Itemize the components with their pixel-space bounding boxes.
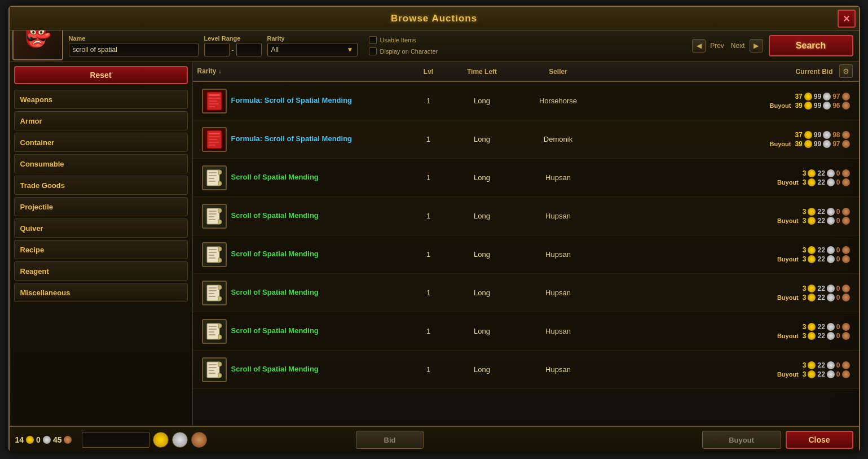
gold-coin-button[interactable] xyxy=(153,432,169,448)
bid-copper-coin xyxy=(842,131,850,139)
svg-rect-38 xyxy=(209,364,217,365)
silver-coin-button[interactable] xyxy=(172,432,188,448)
buyout-button[interactable]: Buyout xyxy=(702,431,781,449)
col-settings: ⚙ xyxy=(838,64,854,78)
auction-row[interactable]: Scroll of Spatial Mending 1 Long Hupsan … xyxy=(193,159,859,197)
buyout-silver-coin xyxy=(827,332,835,340)
sidebar-item-miscellaneous[interactable]: Miscellaneous xyxy=(14,283,188,302)
bid-silver: 22 xyxy=(817,208,825,216)
buyout-row-label: Buyout xyxy=(777,256,799,263)
bid-silver: 99 xyxy=(814,131,821,139)
bid-silver: 22 xyxy=(817,361,825,369)
svg-rect-3 xyxy=(209,100,217,102)
buyout-gold: 3 xyxy=(803,332,807,340)
buyout-copper-coin xyxy=(842,294,850,301)
item-name-col: Scroll of Spatial Mending xyxy=(231,211,412,221)
name-input[interactable] xyxy=(69,43,199,56)
sidebar-item-projectile[interactable]: Projectile xyxy=(14,197,188,216)
auction-row[interactable]: Scroll of Spatial Mending 1 Long Hupsan … xyxy=(193,197,859,235)
settings-icon-button[interactable]: ⚙ xyxy=(839,64,853,78)
item-level: 1 xyxy=(412,327,446,335)
time-left: Long xyxy=(446,365,519,374)
bid-col: 3 22 0 Buyout 3 22 0 xyxy=(598,246,854,263)
bid-button[interactable]: Bid xyxy=(356,431,424,449)
auction-row[interactable]: Scroll of Spatial Mending 1 Long Hupsan … xyxy=(193,312,859,351)
time-left: Long xyxy=(446,173,519,182)
buyout-silver-coin xyxy=(823,102,831,110)
svg-rect-16 xyxy=(209,181,215,182)
buyout-row-label: Buyout xyxy=(777,371,799,378)
buyout-copper: 0 xyxy=(836,370,840,378)
search-button[interactable]: Search xyxy=(769,35,853,56)
buyout-silver-coin xyxy=(827,255,835,263)
bid-gold-coin xyxy=(808,361,816,369)
bid-silver: 99 xyxy=(814,93,821,100)
sidebar-item-armor[interactable]: Armor xyxy=(14,111,188,130)
buyout-row-label: Buyout xyxy=(777,179,799,186)
display-on-char-checkbox[interactable] xyxy=(369,47,377,55)
bid-gold: 3 xyxy=(803,169,807,177)
auction-row[interactable]: Scroll of Spatial Mending 1 Long Hupsan … xyxy=(193,274,859,312)
sidebar-item-quiver[interactable]: Quiver xyxy=(14,218,188,238)
buyout-copper-coin xyxy=(842,217,850,225)
level-separator: - xyxy=(232,46,234,54)
auction-row[interactable]: Formula: Scroll of Spatial Mending 1 Lon… xyxy=(193,82,859,120)
reset-button[interactable]: Reset xyxy=(14,66,188,84)
buyout-gold-coin xyxy=(808,370,816,378)
usable-items-checkbox[interactable] xyxy=(369,36,377,44)
seller-name: Hupsan xyxy=(519,327,598,335)
seller-name: Hupsan xyxy=(519,212,598,220)
buyout-silver-coin xyxy=(827,294,835,301)
bid-row: 37 99 97 xyxy=(795,93,849,100)
time-left: Long xyxy=(446,288,519,297)
level-max-input[interactable] xyxy=(236,43,262,56)
buyout-gold-coin xyxy=(808,255,816,263)
main-window: 👺 Browse Auctions ✕ Name Level Range - R… xyxy=(8,6,860,452)
copper-coin-button[interactable] xyxy=(191,432,207,448)
display-on-char-checkbox-row[interactable]: Display on Character xyxy=(369,47,438,55)
close-icon: ✕ xyxy=(843,14,850,24)
svg-rect-40 xyxy=(209,370,214,371)
close-window-button[interactable]: ✕ xyxy=(838,10,856,28)
bid-amount-input[interactable] xyxy=(82,432,149,448)
item-name: Scroll of Spatial Mending xyxy=(231,250,412,259)
svg-rect-18 xyxy=(209,211,217,212)
auction-row[interactable]: Scroll of Spatial Mending 1 Long Hupsan … xyxy=(193,235,859,274)
sidebar-item-consumable[interactable]: Consumable xyxy=(14,154,188,173)
svg-rect-25 xyxy=(209,255,214,256)
sidebar-item-weapons[interactable]: Weapons xyxy=(14,90,188,109)
gold-amount: 14 xyxy=(15,435,24,444)
buyout-gold: 3 xyxy=(803,370,807,378)
buyout-row-label: Buyout xyxy=(777,294,799,301)
auction-row[interactable]: Scroll of Spatial Mending 1 Long Hupsan … xyxy=(193,351,859,389)
sidebar-item-container[interactable]: Container xyxy=(14,133,188,152)
rarity-dropdown[interactable]: All ▼ xyxy=(267,43,358,56)
auction-row[interactable]: Formula: Scroll of Spatial Mending 1 Lon… xyxy=(193,120,859,159)
bid-copper-coin xyxy=(842,285,850,292)
svg-rect-34 xyxy=(209,329,217,330)
bid-copper: 0 xyxy=(836,208,840,216)
time-left: Long xyxy=(446,212,519,220)
bid-copper-coin xyxy=(842,93,850,100)
window-title: Browse Auctions xyxy=(391,13,477,24)
sidebar-item-recipe[interactable]: Recipe xyxy=(14,240,188,259)
lvl-col-header: Lvl xyxy=(424,68,433,76)
sidebar-item-reagent[interactable]: Reagent xyxy=(14,261,188,281)
col-seller: Seller xyxy=(519,66,598,76)
item-icon xyxy=(202,281,227,305)
search-label: Search xyxy=(796,41,826,51)
svg-rect-24 xyxy=(209,252,217,253)
item-level: 1 xyxy=(412,135,446,143)
next-button[interactable]: ▶ xyxy=(750,39,763,53)
level-min-input[interactable] xyxy=(204,43,230,56)
bid-silver: 22 xyxy=(817,246,825,254)
svg-rect-15 xyxy=(209,178,214,179)
time-left: Long xyxy=(446,250,519,259)
close-button[interactable]: Close xyxy=(786,431,853,449)
prev-button[interactable]: ◀ xyxy=(692,39,706,53)
usable-items-checkbox-row[interactable]: Usable Items xyxy=(369,36,438,44)
buyout-silver-coin xyxy=(827,178,835,186)
sidebar-item-trade-goods[interactable]: Trade Goods xyxy=(14,176,188,195)
buyout-silver: 22 xyxy=(817,178,825,186)
buyout-copper-coin xyxy=(842,140,850,148)
